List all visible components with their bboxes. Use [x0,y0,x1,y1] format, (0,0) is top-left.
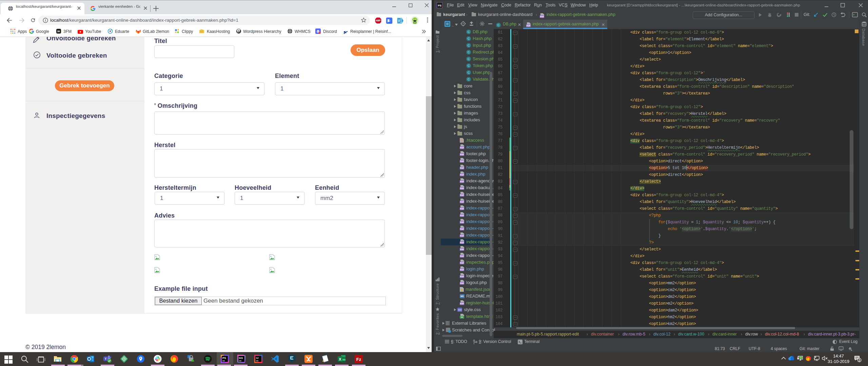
svg-text:3K: 3K [57,30,60,33]
svg-text:8: 8 [859,359,861,362]
svg-text:T: T [105,357,107,361]
svg-text:ABP: ABP [376,19,381,22]
svg-text:X: X [339,357,341,361]
svg-text:F: F [398,19,400,23]
svg-text:Fz: Fz [356,357,361,362]
svg-text:IJ: IJ [256,357,259,360]
svg-text:DG: DG [239,357,243,360]
svg-text:PS: PS [222,357,226,360]
svg-text:PS: PS [438,4,441,7]
